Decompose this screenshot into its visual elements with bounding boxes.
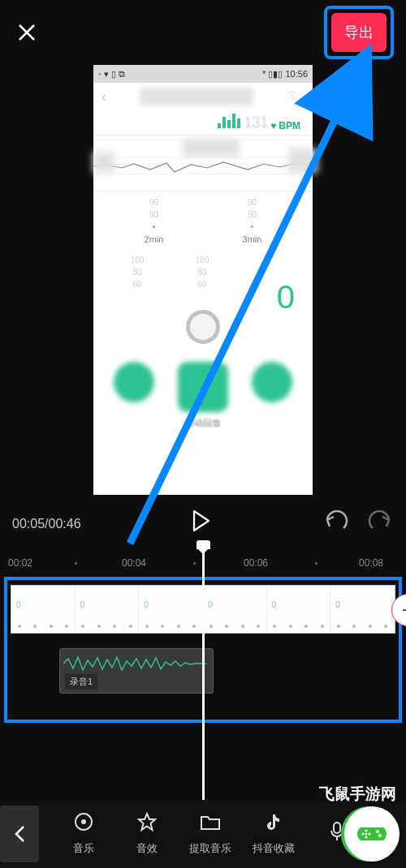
- mic-icon: [329, 821, 345, 847]
- toolbar-back-button[interactable]: [0, 806, 39, 862]
- toolbar-music-label: 音乐: [73, 841, 94, 856]
- svg-point-7: [369, 832, 371, 835]
- playhead[interactable]: [202, 547, 205, 811]
- toolbar-douyin-label: 抖音收藏: [253, 841, 295, 856]
- svg-line-3: [130, 57, 365, 544]
- svg-rect-2: [334, 823, 340, 833]
- toolbar-extract-label: 提取音乐: [189, 841, 231, 856]
- toolbar-sfx[interactable]: 音效: [115, 812, 179, 856]
- svg-point-10: [378, 834, 382, 837]
- timecode: 00:05/00:46: [12, 517, 81, 531]
- svg-point-4: [365, 832, 368, 835]
- toolbar-music[interactable]: 音乐: [52, 812, 115, 856]
- svg-point-9: [376, 830, 379, 833]
- douyin-icon: [265, 812, 283, 836]
- svg-point-5: [365, 829, 368, 831]
- folder-icon: [200, 812, 221, 836]
- toolbar-douyin[interactable]: 抖音收藏: [242, 812, 305, 856]
- svg-point-6: [362, 832, 365, 835]
- tutorial-arrow: [122, 41, 390, 552]
- toolbar-sfx-label: 音效: [136, 841, 158, 856]
- audio-clip-label: 录音1: [65, 674, 97, 690]
- toolbar-extract[interactable]: 提取音乐: [179, 812, 242, 856]
- audio-clip-1[interactable]: 录音1: [59, 648, 214, 694]
- close-button[interactable]: [12, 18, 41, 47]
- back-icon: ‹: [102, 88, 106, 105]
- gamepad-icon: [356, 819, 388, 849]
- watermark-logo: [344, 806, 400, 862]
- svg-point-1: [81, 819, 86, 824]
- svg-point-8: [365, 836, 368, 838]
- watermark-text: 飞鼠手游网: [319, 784, 396, 805]
- star-icon: [137, 812, 157, 836]
- watermark: 飞鼠手游网: [344, 806, 400, 862]
- music-icon: [74, 812, 93, 836]
